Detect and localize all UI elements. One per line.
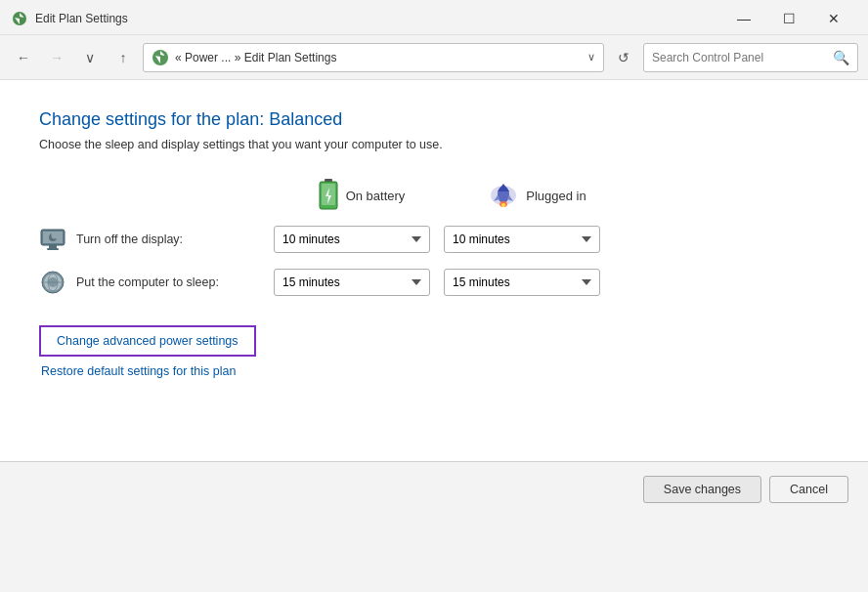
sleep-setting-row: Put the computer to sleep: 1 minute 2 mi… <box>39 269 829 296</box>
svg-point-20 <box>52 233 59 239</box>
footer-bar: Save changes Cancel <box>0 461 868 516</box>
svg-point-12 <box>501 203 505 207</box>
main-content: Change settings for the plan: Balanced C… <box>0 80 868 461</box>
sleep-label: Put the computer to sleep: <box>76 275 219 289</box>
page-title: Change settings for the plan: Balanced <box>39 109 829 130</box>
address-icon <box>152 49 169 66</box>
svg-point-25 <box>48 277 58 287</box>
up-button[interactable]: ↑ <box>109 44 137 71</box>
title-bar-left: Edit Plan Settings <box>12 11 128 26</box>
display-dropdowns: 1 minute 2 minutes 3 minutes 5 minutes 1… <box>274 226 600 253</box>
address-path: « Power ... » Edit Plan Settings <box>175 51 578 64</box>
display-battery-dropdown[interactable]: 1 minute 2 minutes 3 minutes 5 minutes 1… <box>274 226 430 253</box>
minimize-button[interactable]: — <box>721 5 766 32</box>
plugged-in-label: Plugged in <box>526 189 586 203</box>
display-setting-row: Turn off the display: 1 minute 2 minutes… <box>39 226 829 253</box>
on-battery-header: On battery <box>274 179 450 212</box>
address-box[interactable]: « Power ... » Edit Plan Settings ∨ <box>143 43 604 72</box>
cancel-button[interactable]: Cancel <box>769 476 848 503</box>
search-icon[interactable]: 🔍 <box>833 50 849 65</box>
plug-icon <box>489 182 518 209</box>
refresh-button[interactable]: ↺ <box>610 44 637 71</box>
address-dropdown-button[interactable]: ∨ <box>587 51 595 63</box>
display-icon <box>39 226 66 253</box>
sleep-plugged-dropdown[interactable]: 1 minute 2 minutes 3 minutes 5 minutes 1… <box>444 269 600 296</box>
back-button[interactable]: ← <box>10 44 37 71</box>
sleep-label-area: Put the computer to sleep: <box>39 269 274 296</box>
links-section: Change advanced power settings Restore d… <box>39 325 829 378</box>
forward-button[interactable]: → <box>43 44 70 71</box>
close-button[interactable]: ✕ <box>811 5 856 32</box>
display-plugged-dropdown[interactable]: 1 minute 2 minutes 3 minutes 5 minutes 1… <box>444 226 600 253</box>
window-title: Edit Plan Settings <box>35 12 128 25</box>
svg-rect-18 <box>47 248 59 250</box>
on-battery-label: On battery <box>346 189 406 203</box>
maximize-button[interactable]: ☐ <box>766 5 811 32</box>
restore-defaults-link[interactable]: Restore default settings for this plan <box>41 364 829 378</box>
sleep-dropdowns: 1 minute 2 minutes 3 minutes 5 minutes 1… <box>274 269 600 296</box>
title-controls: — ☐ ✕ <box>721 5 856 32</box>
display-label: Turn off the display: <box>76 233 183 246</box>
recent-button[interactable]: ∨ <box>76 44 104 71</box>
battery-icon <box>319 179 338 212</box>
window-icon <box>12 11 27 26</box>
plugged-in-header: Plugged in <box>450 182 626 209</box>
page-subtitle: Choose the sleep and display settings th… <box>39 138 829 151</box>
search-input[interactable] <box>652 51 829 64</box>
address-bar: ← → ∨ ↑ « Power ... » Edit Plan Settings… <box>0 35 868 80</box>
sleep-battery-dropdown[interactable]: 1 minute 2 minutes 3 minutes 5 minutes 1… <box>274 269 430 296</box>
advanced-power-settings-link[interactable]: Change advanced power settings <box>39 325 256 357</box>
search-box[interactable]: 🔍 <box>643 43 858 72</box>
display-label-area: Turn off the display: <box>39 226 274 253</box>
settings-header: On battery Plugged in <box>274 179 829 212</box>
save-changes-button[interactable]: Save changes <box>643 476 761 503</box>
sleep-icon <box>39 269 66 296</box>
title-bar: Edit Plan Settings — ☐ ✕ <box>0 0 868 35</box>
